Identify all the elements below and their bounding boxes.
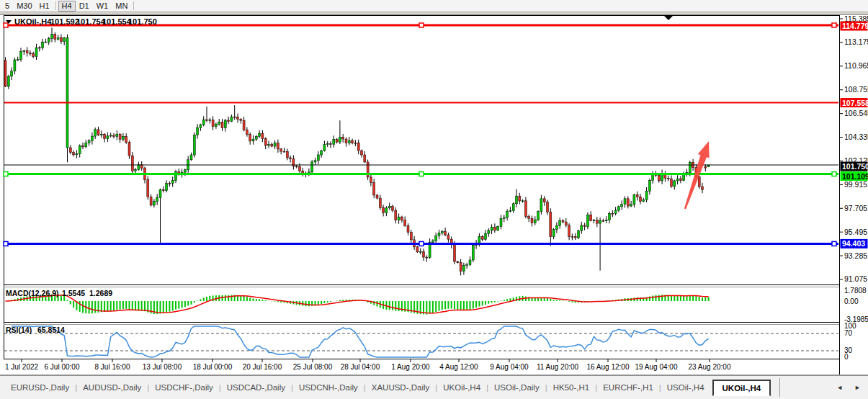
line-handle[interactable] xyxy=(832,23,836,27)
time-tick-label: 13 Jul 08:00 xyxy=(143,363,182,371)
line-handle[interactable] xyxy=(419,241,424,246)
chart-tab-ukoilh4[interactable]: UKOil-,H4 xyxy=(438,382,486,393)
line-handle[interactable] xyxy=(419,172,424,176)
price-tick-label: 91.075 xyxy=(844,274,867,283)
axis-badge-label: 101.750 xyxy=(842,162,868,171)
macd-label: MACD(12,26,9) xyxy=(6,289,59,297)
horizontal-lines xyxy=(4,23,838,246)
period-button-w1[interactable]: W1 xyxy=(93,1,112,12)
price-tick-label: 110.965 xyxy=(844,61,868,70)
time-tick-label: 19 Aug 04:00 xyxy=(635,363,678,371)
line-handle[interactable] xyxy=(4,23,8,27)
macd-axis-max: 1.7808 xyxy=(844,287,867,295)
axis-badge-label: 94.403 xyxy=(842,239,865,248)
time-tick-label: 1 Jul 2022 xyxy=(5,363,39,371)
chart-frame xyxy=(0,12,868,375)
time-tick-label: 4 Aug 12:00 xyxy=(439,363,478,371)
candlestick-series xyxy=(4,27,710,275)
timeframe-toolbar: 5M30H1H4D1W1MN xyxy=(0,0,868,12)
line-handle[interactable] xyxy=(419,23,424,27)
axis-badge-114.779: 114.779 xyxy=(841,22,868,31)
chart-tab-audusddaily[interactable]: AUDUSD-,Daily xyxy=(78,382,146,393)
macd-value-main: 1.5545 xyxy=(62,289,85,297)
line-handle[interactable] xyxy=(4,241,8,246)
toolbar-separator xyxy=(133,1,134,10)
line-handle[interactable] xyxy=(4,172,8,176)
chart-canvas: 115.385113.175110.965108.755106.545104.3… xyxy=(0,0,868,375)
toolbar-separator xyxy=(55,1,56,10)
time-tick-label: 1 Aug 20:00 xyxy=(391,363,430,371)
mt4-window: 5M30H1H4D1W1MN 115.385113.175110.965108.… xyxy=(0,0,868,399)
price-tick-label: 108.755 xyxy=(844,85,868,94)
chart-tab-xauusddaily[interactable]: XAUUSD-,Daily xyxy=(367,382,435,393)
axis-badge-label: 107.558 xyxy=(842,99,868,107)
support-line-blue[interactable] xyxy=(4,241,838,246)
time-tick-label: 11 Aug 20:00 xyxy=(537,363,579,371)
rsi-label: RSI(14) xyxy=(6,326,32,334)
time-tick-label: 8 Jul 16:00 xyxy=(95,363,130,371)
price-tick-label: 104.335 xyxy=(844,133,868,141)
time-tick-label: 16 Aug 12:00 xyxy=(587,363,630,371)
chart-tab-usdchfdaily[interactable]: USDCHF-,Daily xyxy=(150,382,218,393)
tabbar-divider xyxy=(779,378,780,397)
rsi-axis-label: 70 xyxy=(844,329,853,337)
tab-scroll-right-icon[interactable]: ► xyxy=(854,384,861,391)
price-tick-label: 106.545 xyxy=(844,109,868,117)
chart-ohlc-open: 101.592 xyxy=(50,17,79,26)
chart-ohlc-symbol: UKOil-,H4 xyxy=(14,17,52,26)
chart-tab-eurchfh1[interactable]: EURCHF-,H1 xyxy=(598,382,658,393)
chart-tab-usdcaddaily[interactable]: USDCAD-,Daily xyxy=(222,382,290,393)
tab-scroll-nav: ◄► xyxy=(836,384,868,391)
line-handle[interactable] xyxy=(832,172,836,176)
price-axis: 115.385113.175110.965108.755106.545104.3… xyxy=(840,14,868,362)
period-button-h4[interactable]: H4 xyxy=(58,1,76,12)
time-tick-label: 25 Jul 08:00 xyxy=(293,363,333,371)
axis-badge-101.750: 101.750 xyxy=(841,162,868,171)
time-tick-label: 28 Jul 04:00 xyxy=(341,363,380,371)
time-tick-label: 23 Aug 20:00 xyxy=(689,363,731,371)
time-axis: 1 Jul 20226 Jul 00:008 Jul 16:0013 Jul 0… xyxy=(5,359,731,371)
axis-badge-94.403: 94.403 xyxy=(841,239,868,248)
chart-tab-bar: EURUSD-,Daily|AUDUSD-,Daily|USDCHF-,Dail… xyxy=(0,375,868,399)
chart-tab-ukoilh4-active[interactable]: UKOil-,H4 xyxy=(712,380,771,396)
rsi-panel xyxy=(4,326,838,357)
chart-ohlc-low: 101.554 xyxy=(102,17,132,26)
time-tick-label: 6 Jul 00:00 xyxy=(45,363,80,371)
chart-tab-hk50h1[interactable]: HK50-,H1 xyxy=(548,382,595,393)
period-button-5[interactable]: 5 xyxy=(1,1,13,12)
trend-arrow-annotation[interactable] xyxy=(684,141,710,209)
chart-tab-usoilh4[interactable]: USOil-,H4 xyxy=(662,382,710,393)
chart-tab-usoildaily[interactable]: USOil-,Daily xyxy=(489,382,545,393)
time-tick-label: 20 Jul 16:00 xyxy=(243,363,282,371)
chart-ohlc-close: 101.750 xyxy=(128,17,157,26)
rsi-line xyxy=(12,326,709,357)
price-tick-label: 113.175 xyxy=(844,37,868,46)
chart-tab-usdcnhdaily[interactable]: USDCNH-,Daily xyxy=(294,382,363,393)
support-line-green[interactable] xyxy=(4,172,838,176)
axis-badge-label: 114.779 xyxy=(842,22,868,30)
axis-badge-107.558: 107.558 xyxy=(841,98,868,107)
chart-ohlc-high: 101.754 xyxy=(76,17,106,26)
price-tick-label: 93.285 xyxy=(844,251,867,260)
time-tick-label: 18 Jul 00:00 xyxy=(193,363,233,371)
period-button-mn[interactable]: MN xyxy=(112,1,131,12)
price-tick-label: 95.495 xyxy=(844,228,867,236)
rsi-axis-label: 0 xyxy=(844,353,849,361)
chart-shift-marker[interactable] xyxy=(664,16,673,20)
period-button-m30[interactable]: M30 xyxy=(13,1,35,12)
period-button-d1[interactable]: D1 xyxy=(76,1,93,12)
line-handle[interactable] xyxy=(832,241,836,246)
price-tick-label: 99.915 xyxy=(844,180,867,189)
macd-value-signal: 1.2689 xyxy=(89,289,112,297)
price-tick-label: 97.705 xyxy=(844,204,867,212)
rsi-value: 65.8514 xyxy=(37,326,65,334)
axis-badge-label: 101.109 xyxy=(842,172,868,181)
chart-tab-eurusddaily[interactable]: EURUSD-,Daily xyxy=(6,382,74,393)
macd-axis-zero: 0.00 xyxy=(844,297,859,305)
time-tick-label: 9 Aug 04:00 xyxy=(490,363,529,371)
tab-scroll-left-icon[interactable]: ◄ xyxy=(836,384,843,391)
period-button-h1[interactable]: H1 xyxy=(36,1,53,12)
axis-badge-101.109: 101.109 xyxy=(841,171,868,181)
